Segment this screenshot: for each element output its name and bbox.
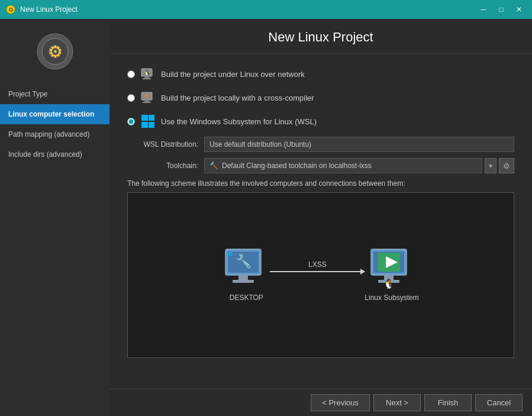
svg-text:⚙: ⚙	[8, 7, 14, 13]
option3-row[interactable]: Use the Windows Subsystem for Linux (WSL…	[127, 113, 514, 130]
svg-rect-16	[141, 122, 148, 128]
svg-rect-7	[144, 76, 149, 78]
svg-rect-14	[141, 115, 148, 121]
option2-icon: ⚒	[140, 89, 156, 106]
window-controls: ─ □ ✕	[475, 3, 527, 16]
svg-rect-15	[149, 115, 154, 121]
svg-text:⚙: ⚙	[47, 43, 62, 61]
svg-rect-8	[143, 78, 151, 79]
sidebar-item-path-mapping[interactable]: Path mapping (advanced)	[0, 124, 109, 144]
sidebar-item-project-type[interactable]: Project Type	[0, 84, 109, 104]
content-header: New Linux Project	[109, 19, 532, 54]
option3-radio[interactable]	[127, 118, 135, 125]
option1-label: Build the project under Linux over netwo…	[161, 70, 305, 79]
content-body: 🐧 Build the project under Linux over net…	[109, 54, 532, 389]
next-button[interactable]: Next >	[373, 394, 421, 411]
toolchain-icon: 🔨	[209, 162, 218, 170]
title-bar: ⚙ New Linux Project ─ □ ✕	[0, 0, 532, 19]
finish-button[interactable]: Finish	[424, 394, 472, 411]
maximize-button[interactable]: □	[493, 3, 510, 16]
sidebar-logo: ⚙	[34, 31, 76, 72]
content-area: New Linux Project 🐧 Build the project un…	[109, 19, 532, 416]
diagram-connection: LXSS	[270, 260, 365, 272]
previous-button[interactable]: < Previous	[311, 394, 370, 411]
toolchain-dropdown-arrow[interactable]: ▼	[485, 158, 496, 173]
wsl-distribution-label: WSL Distribution:	[127, 140, 204, 149]
scheme-diagram-box: 🔧 DESKTOP L	[127, 192, 514, 358]
desktop-computer-icon: 🔧	[223, 249, 270, 290]
connection-line	[270, 271, 365, 272]
window-title: New Linux Project	[20, 5, 475, 14]
sidebar-item-include-dirs[interactable]: Include dirs (advanced)	[0, 144, 109, 165]
toolchain-label: Toolchain:	[127, 162, 204, 170]
footer: < Previous Next > Finish Cancel	[109, 389, 532, 416]
svg-rect-27	[231, 254, 233, 256]
option3-icon	[140, 113, 156, 130]
svg-text:🐧: 🐧	[383, 278, 395, 289]
toolchain-row: Toolchain: 🔨 Default Clang-based toolcha…	[127, 158, 514, 173]
svg-rect-21	[233, 280, 254, 283]
linux-computer-icon: 🐧	[368, 249, 415, 290]
option2-row[interactable]: ⚒ Build the project locally with a cross…	[127, 89, 514, 106]
app-icon: ⚙	[5, 4, 17, 15]
toolchain-select-row: 🔨 Default Clang-based toolchain on local…	[204, 158, 514, 173]
sidebar-item-linux-computer-selection[interactable]: Linux computer selection	[0, 104, 109, 124]
minimize-button[interactable]: ─	[475, 3, 492, 16]
scheme-description: The following scheme illustrates the inv…	[127, 179, 514, 188]
svg-rect-17	[149, 122, 154, 128]
wsl-distribution-row: WSL Distribution: Use default distributi…	[127, 137, 514, 152]
diagram-container: 🔧 DESKTOP L	[223, 249, 418, 302]
cancel-button[interactable]: Cancel	[475, 394, 523, 411]
svg-rect-12	[143, 102, 151, 103]
svg-text:🐧: 🐧	[144, 69, 151, 76]
svg-rect-11	[144, 100, 149, 102]
main-container: ⚙ Project Type Linux computer selection …	[0, 19, 532, 416]
option1-radio[interactable]	[127, 70, 135, 78]
diagram-desktop-node: 🔧 DESKTOP	[223, 249, 270, 302]
option3-label: Use the Windows Subsystem for Linux (WSL…	[161, 117, 317, 126]
toolchain-value: 🔨 Default Clang-based toolchain on local…	[204, 158, 482, 173]
option1-icon: 🐧	[140, 66, 156, 82]
option2-radio[interactable]	[127, 94, 135, 102]
svg-rect-26	[228, 254, 230, 256]
diagram-linux-node: 🐧 Linux Subsystem	[365, 249, 418, 302]
sidebar: ⚙ Project Type Linux computer selection …	[0, 19, 109, 416]
svg-text:⚒: ⚒	[144, 93, 149, 99]
option1-row[interactable]: 🐧 Build the project under Linux over net…	[127, 66, 514, 82]
desktop-label: DESKTOP	[230, 294, 263, 302]
svg-text:🔧: 🔧	[236, 253, 252, 269]
connection-label: LXSS	[308, 260, 327, 269]
wsl-distribution-value: Use default distribution (Ubuntu)	[204, 137, 514, 152]
close-button[interactable]: ✕	[511, 3, 527, 16]
option2-label: Build the project locally with a cross-c…	[161, 93, 314, 102]
svg-rect-20	[238, 275, 248, 280]
svg-rect-25	[231, 252, 233, 254]
toolchain-settings-button[interactable]: ⚙	[499, 158, 514, 173]
svg-rect-24	[228, 252, 230, 254]
linux-subsystem-label: Linux Subsystem	[365, 294, 418, 302]
dialog-title: New Linux Project	[268, 30, 373, 44]
